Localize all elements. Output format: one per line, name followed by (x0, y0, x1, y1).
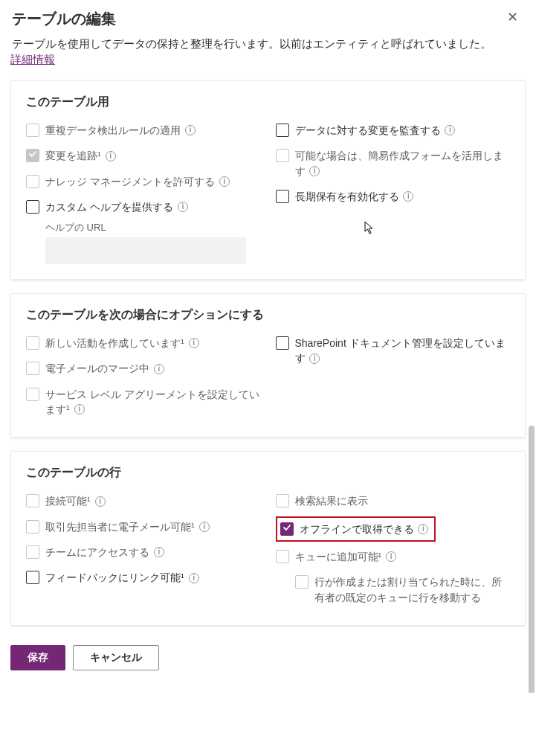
checkbox-track-changes (26, 149, 39, 162)
checkbox-long-term[interactable] (276, 190, 289, 203)
label-dup-rules: 重複データ検出ルールの適用 i (45, 123, 196, 138)
checkbox-sharepoint[interactable] (276, 336, 289, 350)
info-icon[interactable]: i (74, 404, 85, 414)
more-info-link[interactable]: 詳細情報 (10, 53, 55, 65)
label-connect: 接続可能¹ i (45, 493, 106, 508)
footer-actions: 保存 キャンセル (10, 645, 526, 670)
section-table-rows: このテーブルの行 接続可能¹ i 取引先担当者に電子メール可能¹ i チームにア… (10, 451, 526, 625)
label-quick-create: 可能な場合は、簡易作成フォームを活用します i (295, 148, 511, 179)
checkbox-feedback[interactable] (26, 571, 39, 584)
section-optional-when: このテーブルを次の場合にオプションにする 新しい活動を作成しています¹ i 電子… (10, 293, 526, 438)
section-table-options: このテーブル用 重複データ検出ルールの適用 i 変更を追跡¹ i ナレッジ マネ… (10, 80, 526, 280)
panel-header: テーブルの編集 ✕ (10, 4, 526, 32)
checkbox-knowledge-mgmt (26, 175, 39, 188)
close-icon[interactable]: ✕ (503, 9, 521, 27)
checkbox-queue-move (295, 575, 309, 589)
info-icon[interactable]: i (445, 125, 455, 135)
info-icon[interactable]: i (219, 176, 230, 187)
checkbox-email-contact (26, 520, 39, 534)
label-sla: サービス レベル アグリーメントを設定しています¹ i (45, 387, 261, 417)
checkbox-dup-rules (26, 124, 39, 137)
label-mail-merge: 電子メールのマージ中 i (45, 361, 164, 376)
help-url-label: ヘルプの URL (45, 221, 261, 234)
label-offline: オフラインで取得できる i (300, 522, 429, 536)
label-queue: キューに追加可能¹ i (295, 549, 397, 564)
checkbox-sla (26, 388, 39, 401)
info-icon[interactable]: i (189, 338, 199, 348)
checkbox-quick-create (276, 149, 289, 162)
cancel-button[interactable]: キャンセル (73, 645, 159, 670)
info-icon[interactable]: i (178, 202, 188, 212)
checkbox-offline[interactable] (280, 522, 294, 536)
checkbox-connect (26, 494, 39, 507)
checkbox-audit[interactable] (276, 124, 289, 137)
info-icon[interactable]: i (309, 166, 320, 176)
info-icon[interactable]: i (106, 151, 116, 161)
checkbox-queue (276, 550, 289, 563)
label-long-term: 長期保有を有効化する i (295, 189, 414, 204)
vertical-scrollbar[interactable] (529, 426, 535, 693)
section-title: このテーブル用 (26, 94, 510, 110)
info-icon[interactable]: i (189, 573, 199, 583)
label-audit: データに対する変更を監査する i (295, 123, 456, 138)
label-search: 検索結果に表示 (295, 493, 368, 508)
label-access-team: チームにアクセスする i (45, 545, 164, 560)
highlight-offline: オフラインで取得できる i (276, 516, 436, 542)
info-icon[interactable]: i (403, 191, 413, 202)
save-button[interactable]: 保存 (10, 645, 65, 670)
label-email-contact: 取引先担当者に電子メール可能¹ i (45, 519, 210, 534)
checkbox-search (276, 494, 289, 507)
label-sharepoint: SharePoint ドキュメント管理を設定しています i (295, 336, 511, 366)
label-queue-move: 行が作成または割り当てられた時に、所有者の既定のキューに行を移動する (314, 574, 511, 605)
label-new-activity: 新しい活動を作成しています¹ i (45, 336, 199, 350)
checkbox-access-team (26, 545, 39, 559)
label-knowledge-mgmt: ナレッジ マネージメントを許可する i (45, 174, 230, 189)
info-icon[interactable]: i (154, 364, 164, 374)
info-icon[interactable]: i (154, 547, 164, 557)
help-url-input[interactable] (45, 237, 246, 264)
label-track-changes: 変更を追跡¹ i (45, 148, 116, 163)
panel-title: テーブルの編集 (12, 9, 524, 29)
info-icon[interactable]: i (418, 524, 428, 534)
checkbox-mail-merge (26, 362, 39, 375)
label-feedback: フィードバックにリンク可能¹ i (45, 570, 199, 585)
info-icon[interactable]: i (309, 353, 320, 364)
info-icon[interactable]: i (95, 496, 106, 507)
panel-description: テーブルを使用してデータの保持と整理を行います。以前はエンティティと呼ばれていま… (10, 32, 526, 53)
info-icon[interactable]: i (386, 551, 396, 562)
checkbox-custom-help[interactable] (26, 200, 39, 214)
info-icon[interactable]: i (185, 125, 196, 135)
section-title: このテーブルを次の場合にオプションにする (26, 307, 510, 323)
info-icon[interactable]: i (199, 522, 210, 532)
label-custom-help: カスタム ヘルプを提供する i (45, 199, 188, 214)
checkbox-new-activity (26, 336, 39, 350)
section-title: このテーブルの行 (26, 465, 510, 481)
